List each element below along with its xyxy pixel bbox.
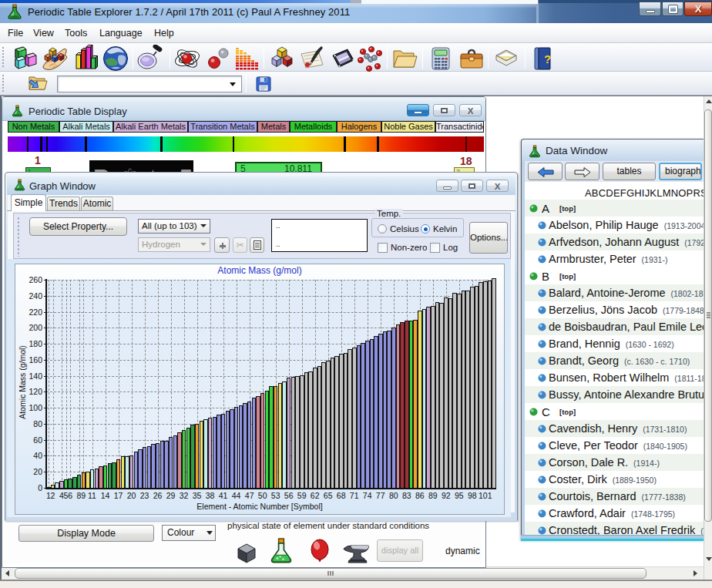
- svg-text:?: ?: [544, 52, 551, 66]
